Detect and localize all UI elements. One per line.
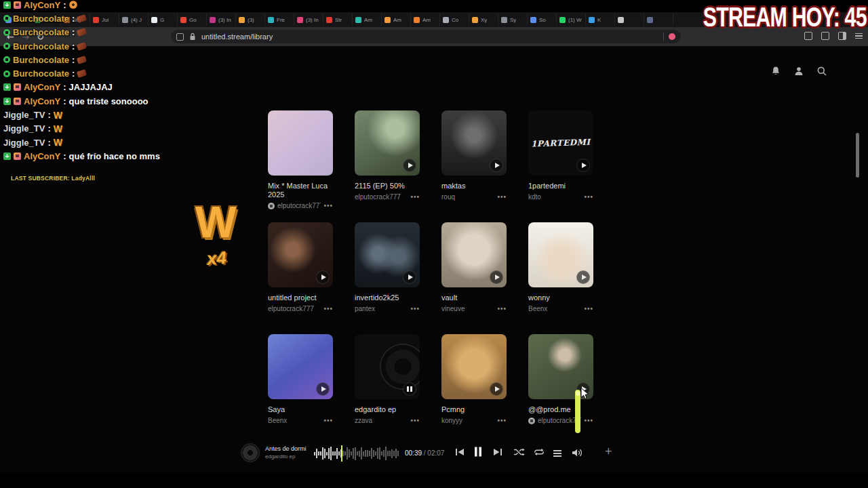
add-button[interactable]: + bbox=[605, 445, 612, 459]
album-card[interactable]: wonny Beenx ••• bbox=[528, 222, 593, 334]
browser-tab[interactable]: Am bbox=[411, 14, 440, 26]
album-title[interactable]: Mix * Master Luca 2025 bbox=[268, 182, 333, 199]
play-pause-button[interactable] bbox=[576, 270, 590, 284]
album-card[interactable]: Pcmng konyyy ••• bbox=[441, 334, 507, 446]
browser-tab[interactable]: Str bbox=[323, 14, 353, 26]
album-cover[interactable] bbox=[355, 334, 420, 399]
album-title[interactable]: untitled project bbox=[268, 293, 333, 302]
browser-tab[interactable]: K bbox=[586, 14, 615, 26]
browser-tab[interactable]: Fre bbox=[265, 14, 294, 26]
artist-name[interactable]: zzava bbox=[355, 417, 408, 424]
card-menu-button[interactable]: ••• bbox=[584, 193, 593, 201]
browser-tab[interactable] bbox=[644, 14, 673, 26]
artist-name[interactable]: Beenx bbox=[528, 305, 581, 312]
album-cover[interactable] bbox=[441, 110, 507, 176]
browser-tab[interactable]: (3) In bbox=[294, 14, 323, 26]
notifications-bell-icon[interactable] bbox=[770, 66, 781, 77]
volume-icon[interactable] bbox=[572, 448, 583, 458]
artist-name[interactable]: pantex bbox=[355, 305, 408, 312]
play-pause-button[interactable] bbox=[403, 270, 416, 284]
play-pause-button[interactable] bbox=[490, 270, 503, 284]
album-cover[interactable] bbox=[355, 222, 420, 287]
browser-tab[interactable]: Sy bbox=[498, 14, 528, 26]
play-pause-button[interactable] bbox=[490, 382, 503, 396]
queue-icon[interactable] bbox=[553, 450, 561, 457]
play-pause-button[interactable] bbox=[316, 382, 330, 396]
artist-name[interactable]: elputocrack777 bbox=[355, 193, 408, 201]
search-icon[interactable] bbox=[816, 66, 827, 77]
url-text[interactable]: untitled.stream/library bbox=[201, 33, 658, 41]
album-title[interactable]: vault bbox=[441, 293, 507, 302]
album-cover[interactable] bbox=[441, 222, 507, 287]
album-cover[interactable] bbox=[441, 334, 507, 399]
browser-tab[interactable]: (3) bbox=[236, 14, 265, 26]
play-pause-button[interactable] bbox=[403, 382, 416, 396]
volume-slider[interactable] bbox=[575, 390, 580, 433]
shuffle-icon[interactable] bbox=[513, 448, 525, 456]
album-cover[interactable] bbox=[268, 110, 333, 176]
play-pause-button[interactable] bbox=[576, 159, 590, 172]
album-title[interactable]: @@prod.me bbox=[528, 405, 593, 414]
play-pause-button[interactable] bbox=[403, 159, 416, 172]
album-cover[interactable] bbox=[528, 222, 593, 287]
card-menu-button[interactable]: ••• bbox=[584, 305, 593, 312]
album-title[interactable]: invertido2k25 bbox=[355, 293, 420, 302]
bookmark-icon[interactable] bbox=[176, 33, 184, 41]
album-title[interactable]: edgardito ep bbox=[355, 405, 420, 414]
page-scrollbar[interactable] bbox=[856, 133, 859, 178]
album-card[interactable]: 1PARTEDMI 1partedemi kdto ••• bbox=[528, 110, 593, 222]
browser-tab[interactable]: (3) In bbox=[207, 14, 236, 26]
album-card[interactable]: invertido2k25 pantex ••• bbox=[355, 222, 420, 334]
card-menu-button[interactable]: ••• bbox=[323, 417, 333, 424]
address-bar[interactable]: untitled.stream/library bbox=[171, 30, 681, 43]
album-card[interactable]: Mix * Master Luca 2025 elputocrack777 ••… bbox=[268, 110, 333, 222]
repeat-icon[interactable] bbox=[534, 448, 545, 456]
browser-tab[interactable]: Co bbox=[440, 14, 469, 26]
browser-tab[interactable] bbox=[615, 14, 644, 26]
card-menu-button[interactable]: ••• bbox=[410, 193, 420, 201]
browser-tab[interactable]: Go bbox=[178, 14, 207, 26]
card-menu-button[interactable]: ••• bbox=[497, 193, 507, 201]
album-cover[interactable] bbox=[268, 334, 333, 399]
card-menu-button[interactable]: ••• bbox=[410, 417, 420, 424]
artist-name[interactable]: elputocrack777 bbox=[268, 305, 321, 312]
browser-tab[interactable]: Am bbox=[382, 14, 411, 26]
album-card[interactable]: vault vineuve ••• bbox=[441, 222, 507, 334]
artist-name[interactable]: rouq bbox=[441, 193, 494, 201]
browser-tab[interactable]: Xy bbox=[469, 14, 498, 26]
waveform-playhead[interactable] bbox=[341, 445, 342, 462]
album-title[interactable]: 2115 (EP) 50% bbox=[355, 182, 420, 190]
artist-name[interactable]: Beenx bbox=[268, 417, 321, 424]
album-card[interactable]: untitled project elputocrack777 ••• bbox=[268, 222, 333, 334]
card-menu-button[interactable]: ••• bbox=[497, 417, 507, 424]
card-menu-button[interactable]: ••• bbox=[497, 305, 507, 312]
album-card[interactable]: maktas rouq ••• bbox=[441, 110, 507, 222]
card-menu-button[interactable]: ••• bbox=[323, 305, 333, 312]
waveform[interactable] bbox=[314, 445, 402, 462]
artist-name[interactable]: vineuve bbox=[441, 305, 494, 312]
artist-name[interactable]: konyyy bbox=[441, 417, 494, 424]
album-cover[interactable]: 1PARTEDMI bbox=[528, 110, 593, 176]
card-menu-button[interactable]: ••• bbox=[410, 305, 420, 312]
album-card[interactable]: Saya Beenx ••• bbox=[268, 334, 333, 446]
previous-button[interactable] bbox=[454, 448, 465, 456]
account-profile-icon[interactable] bbox=[793, 66, 804, 77]
browser-tab[interactable]: So bbox=[528, 14, 557, 26]
album-card[interactable]: edgardito ep zzava ••• bbox=[355, 334, 420, 446]
album-cover[interactable] bbox=[355, 110, 420, 176]
extension-badge-icon[interactable] bbox=[669, 33, 675, 40]
browser-menu-icon[interactable] bbox=[855, 33, 863, 39]
play-pause-button[interactable] bbox=[316, 270, 330, 284]
album-title[interactable]: Saya bbox=[268, 405, 333, 414]
album-title[interactable]: Pcmng bbox=[441, 405, 507, 414]
album-title[interactable]: maktas bbox=[441, 182, 507, 190]
browser-tab[interactable]: Am bbox=[353, 14, 382, 26]
artist-name[interactable]: elputocrack777 bbox=[277, 202, 321, 209]
album-title[interactable]: 1partedemi bbox=[528, 182, 593, 190]
album-cover[interactable] bbox=[268, 222, 333, 287]
play-pause-button[interactable] bbox=[490, 159, 503, 172]
browser-tab[interactable]: (1) W bbox=[557, 14, 586, 26]
album-card[interactable]: 2115 (EP) 50% elputocrack777 ••• bbox=[355, 110, 420, 222]
card-menu-button[interactable]: ••• bbox=[584, 417, 593, 424]
album-title[interactable]: wonny bbox=[528, 293, 593, 302]
